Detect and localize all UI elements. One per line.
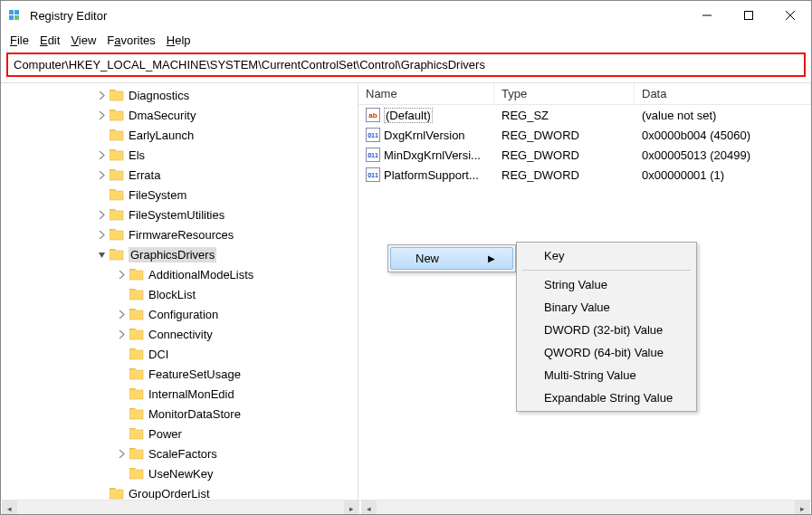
context-menu-new[interactable]: New ▶ <box>390 247 513 270</box>
submenu-dword[interactable]: DWORD (32-bit) Value <box>519 319 694 341</box>
close-button[interactable] <box>769 2 811 29</box>
tree-item-label: Els <box>129 148 145 162</box>
value-name: MinDxgKrnlVersi... <box>384 148 481 162</box>
chevron-right-icon[interactable] <box>115 328 128 340</box>
submenu-expstring[interactable]: Expandable String Value <box>519 386 694 409</box>
chevron-right-icon[interactable] <box>115 447 128 460</box>
chevron-right-icon <box>95 129 108 141</box>
tree-item-diagnostics[interactable]: Diagnostics <box>1 85 358 105</box>
tree-item-internalmonedid[interactable]: InternalMonEdid <box>1 384 358 404</box>
value-data: (value not set) <box>635 109 811 122</box>
tree-hscroll[interactable]: ◂ ▸ <box>2 501 359 515</box>
chevron-right-icon[interactable] <box>115 308 128 320</box>
column-data[interactable]: Data <box>635 83 811 104</box>
menubar: File Edit View Favorites Help <box>1 30 811 50</box>
scroll-right-icon[interactable]: ▸ <box>344 501 359 515</box>
chevron-right-icon[interactable] <box>95 89 108 101</box>
value-row[interactable]: 011MinDxgKrnlVersi...REG_DWORD0x00005013… <box>358 145 811 165</box>
submenu-separator <box>522 270 691 271</box>
scroll-left-icon[interactable]: ◂ <box>2 501 17 515</box>
titlebar: Registry Editor <box>1 1 811 30</box>
chevron-right-icon[interactable] <box>95 228 108 241</box>
value-type: REG_DWORD <box>494 148 635 162</box>
chevron-right-icon[interactable] <box>95 208 108 221</box>
menu-file[interactable]: File <box>6 32 33 49</box>
folder-icon <box>110 228 124 241</box>
tree-item-graphicsdrivers[interactable]: GraphicsDrivers <box>1 244 358 264</box>
value-row[interactable]: 011PlatformSupport...REG_DWORD0x00000001… <box>358 165 811 185</box>
value-name: PlatformSupport... <box>384 168 479 182</box>
address-input[interactable] <box>6 52 806 77</box>
tree-item-dci[interactable]: DCI <box>1 344 358 364</box>
tree-item-filesystem[interactable]: FileSystem <box>1 185 358 205</box>
scroll-left-icon[interactable]: ◂ <box>361 501 377 515</box>
tree-item-power[interactable]: Power <box>1 424 358 443</box>
regedit-icon <box>8 8 23 23</box>
folder-icon <box>129 447 144 460</box>
list-pane: Name Type Data ab(Default)REG_SZ(value n… <box>358 83 811 500</box>
tree-item-label: ScaleFactors <box>148 447 217 461</box>
tree-item-monitordatastore[interactable]: MonitorDataStore <box>1 404 358 424</box>
column-type[interactable]: Type <box>494 83 635 104</box>
chevron-right-icon[interactable] <box>115 268 128 281</box>
addressbar-container <box>1 50 811 82</box>
tree-item-usenewkey[interactable]: UseNewKey <box>1 463 358 483</box>
chevron-right-icon[interactable] <box>95 168 108 181</box>
menu-edit[interactable]: Edit <box>36 32 63 49</box>
folder-icon <box>129 407 144 420</box>
folder-icon <box>110 129 124 141</box>
tree-item-label: MonitorDataStore <box>148 407 241 421</box>
tree-item-additionalmodelists[interactable]: AdditionalModeLists <box>1 264 358 284</box>
list-header: Name Type Data <box>358 83 811 105</box>
folder-icon <box>129 308 144 320</box>
tree-item-els[interactable]: Els <box>1 145 358 165</box>
new-submenu: Key String Value Binary Value DWORD (32-… <box>516 242 697 412</box>
tree-item-configuration[interactable]: Configuration <box>1 304 358 324</box>
chevron-down-icon[interactable] <box>95 248 108 261</box>
submenu-multistring[interactable]: Multi-String Value <box>519 364 694 386</box>
tree-item-scalefactors[interactable]: ScaleFactors <box>1 443 358 463</box>
value-type: REG_DWORD <box>494 168 635 182</box>
minimize-button[interactable] <box>686 2 728 29</box>
value-row[interactable]: ab(Default)REG_SZ(value not set) <box>358 105 811 125</box>
tree-item-firmwareresources[interactable]: FirmwareResources <box>1 224 358 244</box>
tree-item-grouporderlist[interactable]: GroupOrderList <box>1 483 358 500</box>
tree-item-filesystemutilities[interactable]: FileSystemUtilities <box>1 205 358 224</box>
submenu-qword[interactable]: QWORD (64-bit) Value <box>519 341 694 364</box>
chevron-right-icon[interactable] <box>95 148 108 161</box>
menu-help[interactable]: Help <box>163 32 195 49</box>
binary-value-icon: 011 <box>366 148 380 162</box>
tree-item-label: Configuration <box>148 308 218 321</box>
chevron-right-icon <box>115 288 128 300</box>
chevron-right-icon <box>95 487 108 500</box>
chevron-right-icon <box>115 387 128 400</box>
value-row[interactable]: 011DxgKrnlVersionREG_DWORD0x0000b004 (45… <box>358 125 811 145</box>
menu-view[interactable]: View <box>67 32 100 49</box>
chevron-right-icon <box>115 467 128 480</box>
scroll-right-icon[interactable]: ▸ <box>795 501 810 515</box>
tree-item-label: FileSystem <box>129 188 186 202</box>
tree-item-blocklist[interactable]: BlockList <box>1 284 358 304</box>
svg-rect-0 <box>9 10 14 14</box>
chevron-right-icon <box>95 188 108 201</box>
tree-item-connectivity[interactable]: Connectivity <box>1 324 358 344</box>
submenu-string[interactable]: String Value <box>519 273 694 296</box>
submenu-binary[interactable]: Binary Value <box>519 296 694 319</box>
tree-item-earlylaunch[interactable]: EarlyLaunch <box>1 125 358 145</box>
maximize-button[interactable] <box>728 2 769 29</box>
tree-item-errata[interactable]: Errata <box>1 165 358 185</box>
tree-pane: DiagnosticsDmaSecurityEarlyLaunchElsErra… <box>1 83 358 500</box>
column-name[interactable]: Name <box>358 83 494 104</box>
tree-item-label: AdditionalModeLists <box>148 268 253 281</box>
binary-value-icon: 011 <box>366 128 380 142</box>
list-hscroll[interactable]: ◂ ▸ <box>361 501 810 515</box>
chevron-right-icon: ▶ <box>488 253 495 263</box>
tree-item-featuresetusage[interactable]: FeatureSetUsage <box>1 364 358 384</box>
folder-icon <box>110 188 124 201</box>
tree-item-dmasecurity[interactable]: DmaSecurity <box>1 105 358 125</box>
menu-favorites[interactable]: Favorites <box>103 32 158 49</box>
value-type: REG_DWORD <box>494 129 635 142</box>
chevron-right-icon[interactable] <box>95 109 108 121</box>
submenu-key[interactable]: Key <box>519 244 694 267</box>
tree-scroll[interactable]: DiagnosticsDmaSecurityEarlyLaunchElsErra… <box>1 83 358 500</box>
